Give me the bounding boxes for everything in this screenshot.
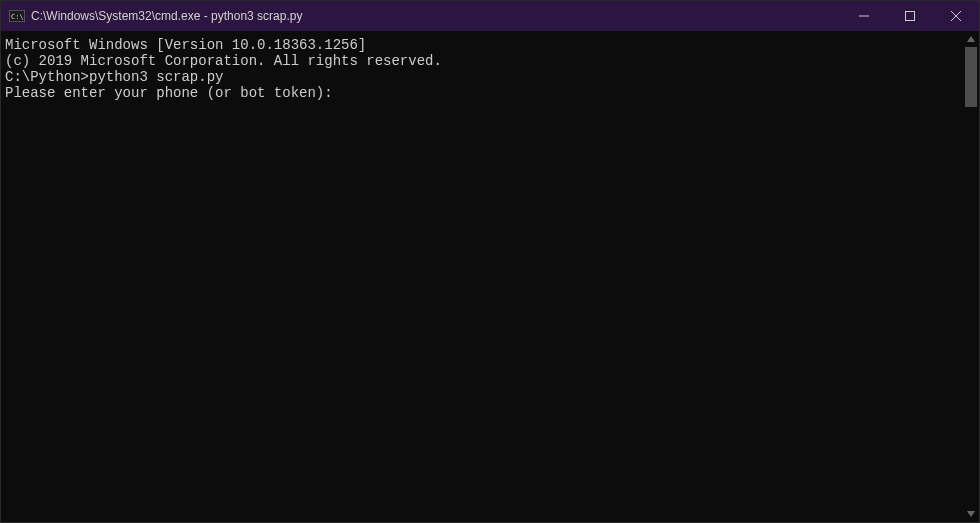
window-controls [841,1,979,31]
close-button[interactable] [933,1,979,31]
cmd-window: C:\ C:\Windows\System32\cmd.exe - python… [0,0,980,523]
terminal-body: Microsoft Windows [Version 10.0.18363.12… [1,31,979,522]
prompt-path: C:\Python> [5,69,89,85]
minimize-button[interactable] [841,1,887,31]
scroll-down-arrow[interactable] [963,506,979,522]
terminal-prompt-line: C:\Python>python3 scrap.py [5,69,959,85]
cmd-icon: C:\ [9,9,25,23]
scroll-track[interactable] [963,47,979,506]
window-title: C:\Windows\System32\cmd.exe - python3 sc… [31,9,841,23]
svg-text:C:\: C:\ [11,13,24,21]
terminal-line: Microsoft Windows [Version 10.0.18363.12… [5,37,959,53]
maximize-button[interactable] [887,1,933,31]
svg-rect-3 [906,12,915,21]
terminal-content[interactable]: Microsoft Windows [Version 10.0.18363.12… [1,31,963,522]
scroll-up-arrow[interactable] [963,31,979,47]
scroll-thumb[interactable] [965,47,977,107]
scrollbar[interactable] [963,31,979,522]
terminal-line: (c) 2019 Microsoft Corporation. All righ… [5,53,959,69]
titlebar[interactable]: C:\ C:\Windows\System32\cmd.exe - python… [1,1,979,31]
prompt-command: python3 scrap.py [89,69,223,85]
terminal-output-line: Please enter your phone (or bot token): [5,85,959,101]
